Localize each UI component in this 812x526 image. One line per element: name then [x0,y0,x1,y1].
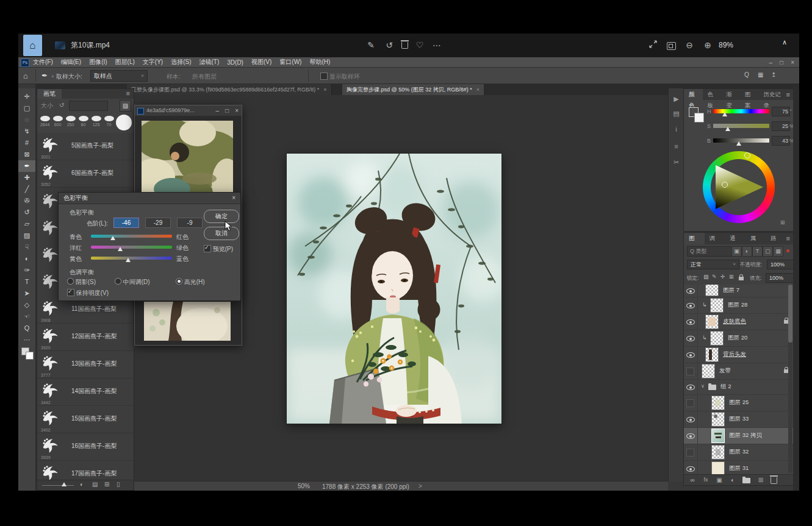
tab-properties[interactable]: 属性 [746,233,766,244]
maximize-icon[interactable]: □ [225,107,229,114]
close-tab-icon[interactable]: × [323,87,326,93]
brush-tip[interactable]: 600 [51,115,64,127]
brush-item[interactable]: 392012国画燕子-画梨 [37,324,134,351]
menu-select[interactable]: 选择(S) [171,58,191,66]
slider-thumb[interactable] [722,112,727,116]
menu-help[interactable]: 帮助(H) [309,58,330,66]
document-tab-1[interactable]: 完整头像步骤图.psd @ 33.3% (f909d5863ec95889d66… [127,84,332,95]
fullscreen-icon[interactable] [647,34,659,57]
tab-adjustments[interactable]: 调整 [705,233,725,244]
visibility-column[interactable] [684,314,698,330]
sample-value[interactable]: 所有图层 [192,73,217,81]
hue-value[interactable]: 75 [772,107,790,116]
eyedropper-tool-icon[interactable]: ✒˅ [41,71,54,80]
healing-brush-tool[interactable]: ✚ [18,172,35,183]
layer-thumbnail[interactable] [712,396,724,410]
add-mask-icon[interactable]: ▣ [714,475,724,485]
brush-tool[interactable]: ╱ [18,183,35,195]
layer-name[interactable]: 图层 20 [728,334,747,342]
layers-scrollbar[interactable] [788,285,792,473]
layer-row[interactable]: 皮肤底色 [684,314,794,330]
layer-name[interactable]: 图层 28 [728,301,747,309]
size-slider-thumb[interactable] [62,482,66,486]
opacity-value[interactable]: 100% [767,260,796,269]
layer-row[interactable]: 图层 7 ∧ [684,285,794,297]
menu-3d[interactable]: 3D(D) [227,59,243,66]
shape-tool[interactable]: ◇ [18,299,35,311]
tab-gradients[interactable]: 渐变 [721,89,740,100]
slider-thumb[interactable] [736,141,741,146]
filter-toggle-icon[interactable] [786,249,789,252]
layer-name[interactable]: 皮肤底色 [723,318,746,325]
rotate-icon[interactable]: ↺ [383,34,395,57]
slider-thumb[interactable] [126,258,131,262]
new-group-icon[interactable] [742,478,750,483]
layer-name[interactable]: 背后头发 [723,350,746,358]
magenta-green-slider[interactable] [91,243,172,251]
layer-name[interactable]: 图层 32 [729,448,749,456]
ok-button[interactable]: 确定 [204,210,239,223]
layer-thumbnail[interactable] [712,446,724,459]
background-color-swatch[interactable] [694,113,704,123]
menu-view[interactable]: 视图(V) [251,58,271,66]
layer-thumbnail[interactable] [712,413,724,426]
visibility-column[interactable] [684,444,698,460]
histogram-panel-icon[interactable]: ▤ [669,107,684,120]
visibility-column[interactable] [684,347,698,363]
layer-thumbnail[interactable] [702,364,714,378]
link-layers-icon[interactable]: ∞ [688,475,697,485]
layer-thumbnail[interactable] [712,462,724,475]
expand-caret-icon[interactable]: ∨ [701,383,705,389]
eraser-tool[interactable]: ▱ [18,218,35,230]
delete-layer-icon[interactable] [771,477,777,484]
menu-file[interactable]: 文件(F) [33,58,53,66]
menu-filter[interactable]: 滤镜(T) [199,58,220,66]
lock-position-icon[interactable]: ✛ [720,274,725,280]
delete-brush-icon[interactable]: ▯ [117,481,120,488]
brush-tip[interactable]: 80 [77,115,90,127]
hue-ring-selector[interactable] [744,152,750,158]
lock-pixels-icon[interactable]: ✎ [712,274,717,280]
menu-image[interactable]: 图像(I) [89,58,107,66]
visibility-column[interactable] [684,297,698,313]
more-icon[interactable]: ⋯ [431,34,443,57]
close-icon[interactable]: × [791,59,794,66]
filter-smart-icon[interactable]: ▦ [773,246,783,257]
brush-tip[interactable]: 2844 [38,115,51,127]
move-tool[interactable]: ✛ [18,91,35,102]
lock-transparency-icon[interactable]: ▨ [703,274,709,280]
eyedropper-tool[interactable]: ✒ [18,160,35,172]
dialog-titlebar[interactable]: 色彩平衡 × [59,193,240,204]
tab-layers[interactable]: 图层 [684,233,705,244]
yellow-blue-slider[interactable] [91,254,172,262]
highlights-radio[interactable]: 高光(H) [176,278,205,286]
status-zoom-level[interactable]: 50% [298,483,310,489]
canvas-document[interactable] [287,154,501,424]
visibility-column[interactable] [684,395,698,411]
zoom-out-icon[interactable]: ⊖ [683,34,695,57]
blend-mode-dropdown[interactable]: 正常˅ [687,260,739,269]
brush-settings-icon[interactable]: ▨ [120,100,131,112]
hand-tool[interactable]: ☜ [18,311,35,322]
color-triangle[interactable] [712,160,766,214]
reset-icon[interactable]: ↺ [59,102,64,108]
favorite-icon[interactable]: ♡ [414,34,426,57]
layer-thumbnail[interactable] [706,315,718,329]
crop-tool[interactable]: # [18,137,35,149]
new-group-icon[interactable]: ▤ [92,481,98,488]
brush-item[interactable]: 344214国画燕子-画梨 [37,379,134,406]
marquee-tool[interactable]: ▢ [18,102,35,114]
hue-slider[interactable] [713,107,769,116]
layer-row-selected[interactable]: 图层 32 拷贝 [684,428,794,444]
sample-size-dropdown[interactable]: 取样点˅ [90,70,148,82]
layer-row[interactable]: 图层 31 [684,461,794,475]
minimize-icon[interactable]: – [769,59,773,66]
tab-swatches[interactable]: 色板 [703,89,722,100]
filter-pixel-icon[interactable]: ▣ [731,246,742,257]
size-slider-track[interactable] [42,485,74,486]
visibility-column[interactable] [684,330,698,346]
close-icon[interactable]: × [235,107,239,114]
close-tab-icon[interactable]: × [476,87,480,93]
brightness-slider[interactable] [713,136,769,146]
layer-name[interactable]: 图层 33 [729,415,749,423]
